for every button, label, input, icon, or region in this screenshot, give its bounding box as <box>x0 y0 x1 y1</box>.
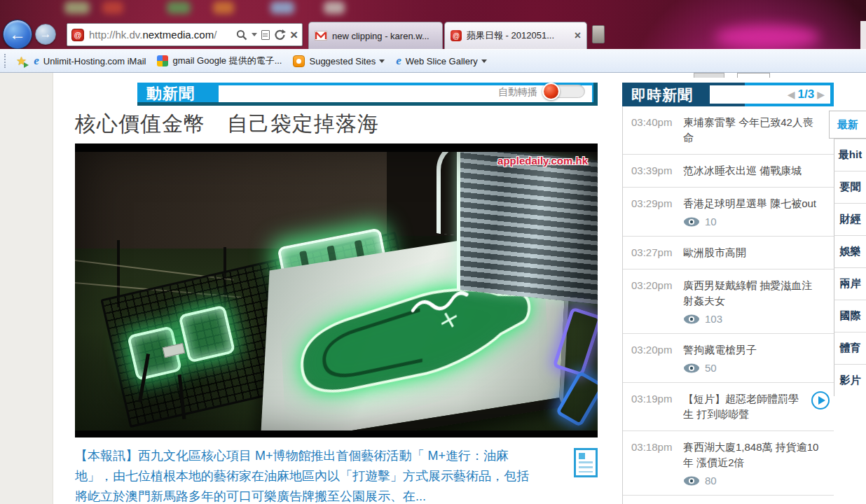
favorites-star-icon: ★ <box>16 54 27 69</box>
news-text[interactable]: 歐洲股市高開 <box>683 246 746 258</box>
tab-international[interactable]: 國際 <box>834 300 866 332</box>
autoplay-toggle[interactable] <box>543 85 585 98</box>
news-item[interactable]: 03:39pm 范冰冰睡衣出巡 備戰康城 <box>623 155 834 188</box>
news-item[interactable]: 03:40pm 柬埔寨雷擊 今年已致42人喪命 <box>623 106 834 155</box>
stop-icon[interactable]: × <box>290 28 298 41</box>
news-time: 03:20pm <box>631 278 676 325</box>
tab-latest[interactable]: 最新 <box>829 111 866 139</box>
favorite-suggested-sites[interactable]: Suggested Sites <box>293 55 385 67</box>
news-time: 03:29pm <box>631 196 676 227</box>
video-news-banner: 動新聞 自動轉播 <box>137 83 598 106</box>
view-count: 50 <box>683 362 822 374</box>
news-time: 03:27pm <box>631 245 676 260</box>
favorites-drag-handle[interactable] <box>4 54 6 68</box>
news-text[interactable]: 【短片】超惡老師體罰學生 打到嘭嘭聲 <box>683 393 799 420</box>
news-item[interactable]: 03:29pm 香港足球明星選舉 陳七被out 10 <box>623 188 834 237</box>
desktop-icon-blur <box>324 1 345 14</box>
prev-page-icon[interactable]: ◀ <box>788 89 795 100</box>
tab-finance[interactable]: 財經 <box>834 203 866 235</box>
news-item[interactable]: 03:20pm 警拘藏電槍男子 50 <box>623 334 834 383</box>
sidebar-header: 即時新聞 ◀ 1/3 ▶ <box>622 83 834 106</box>
view-count-number: 50 <box>705 362 717 374</box>
favorite-label: Suggested Sites <box>309 56 376 66</box>
tab-new-clipping[interactable]: new clipping - karen.w... <box>308 22 443 49</box>
news-time: 03:39pm <box>631 163 676 178</box>
refresh-icon[interactable] <box>274 29 286 41</box>
next-page-icon[interactable]: ▶ <box>817 89 825 100</box>
google-icon <box>157 55 168 66</box>
ie-page-icon: e <box>396 54 401 68</box>
tab-most-hit[interactable]: 最hit <box>834 139 866 171</box>
favorite-label: Web Slice Gallery <box>406 56 478 66</box>
article-title: 核心價值金幣 自己袋定掉落海 <box>75 110 379 139</box>
news-time: 03:20pm <box>631 342 676 374</box>
back-button[interactable]: ← <box>3 20 32 49</box>
banner-title: 動新聞 <box>146 83 195 104</box>
video-letterbox-top <box>75 144 598 152</box>
partial-page-element <box>694 73 724 78</box>
autoplay-label: 自動轉播 <box>498 86 537 99</box>
address-bar[interactable]: @ http://hk.dv.nextmedia.com/ × <box>67 23 303 46</box>
tab-label: 蘋果日報 - 2012051... <box>467 29 570 42</box>
add-favorite-button[interactable]: ★ <box>16 54 27 69</box>
news-text[interactable]: 香港足球明星選舉 陳七被out <box>683 197 816 209</box>
address-url[interactable]: http://hk.dv.nextmedia.com/ <box>89 29 232 41</box>
partial-page-element <box>737 73 770 78</box>
tab-top-news[interactable]: 要聞 <box>834 171 866 203</box>
url-suffix: / <box>214 29 216 41</box>
favorite-unlimit-hosting[interactable]: e Unlimit-Hosting.com iMail <box>34 54 146 68</box>
ie-page-icon: e <box>34 54 39 68</box>
search-dropdown-icon[interactable] <box>252 33 257 36</box>
apple-daily-favicon-icon: @ <box>451 30 462 41</box>
browser-viewport: 動新聞 自動轉播 核心價值金幣 自己袋定掉落海 <box>0 73 866 504</box>
tab-close-icon[interactable]: × <box>575 29 581 42</box>
news-list: 03:40pm 柬埔寨雷擊 今年已致42人喪命 03:39pm 范冰冰睡衣出巡 … <box>622 106 834 504</box>
view-count-number: 80 <box>705 475 717 486</box>
chevron-down-icon <box>481 59 487 63</box>
wallpaper-petal <box>715 25 820 49</box>
category-tabs: 最新 最hit 要聞 財經 娛樂 兩岸 國際 體育 影片 <box>834 111 866 396</box>
eye-icon <box>683 363 700 373</box>
news-text[interactable]: 賽西湖大廈1,848萬 持貨逾10年 漲價近2倍 <box>683 441 818 468</box>
article-document-icon[interactable] <box>574 448 598 477</box>
forward-button[interactable]: → <box>35 24 56 45</box>
tab-videos[interactable]: 影片 <box>834 364 866 396</box>
news-item[interactable]: 03:18pm 賽西湖大廈1,848萬 持貨逾10年 漲價近2倍 80 <box>623 431 834 496</box>
favorite-web-slice-gallery[interactable]: e Web Slice Gallery <box>396 54 487 68</box>
news-item[interactable]: 03:27pm 歐洲股市高開 <box>623 237 834 270</box>
news-item[interactable]: 03:20pm 廣西男疑戴綠帽 抽愛滋血注射姦夫女 103 <box>623 270 834 334</box>
play-video-button[interactable] <box>811 391 830 410</box>
news-time: 03:40pm <box>631 115 676 146</box>
tab-label: new clipping - karen.w... <box>332 31 437 41</box>
page-indicator: 1/3 <box>798 88 815 102</box>
view-count: 103 <box>683 313 822 325</box>
tab-china-taiwan[interactable]: 兩岸 <box>834 267 866 300</box>
favorites-bar: ★ e Unlimit-Hosting.com iMail gmail Goog… <box>0 49 866 73</box>
desktop-icon-blur <box>102 1 123 14</box>
chevron-down-icon <box>379 59 385 63</box>
news-item[interactable]: 03:19pm 【短片】超惡老師體罰學生 打到嘭嘭聲 <box>623 383 834 431</box>
search-icon[interactable] <box>236 29 247 41</box>
desktop-icon-blur <box>167 1 191 14</box>
video-player[interactable]: appledaily.com.hk <box>75 144 598 438</box>
new-tab-button[interactable] <box>592 25 605 43</box>
tab-sports[interactable]: 體育 <box>834 332 866 364</box>
news-text[interactable]: 警拘藏電槍男子 <box>683 344 757 356</box>
tab-apple-daily[interactable]: @ 蘋果日報 - 2012051... × <box>444 22 587 49</box>
tab-entertainment[interactable]: 娛樂 <box>834 235 866 267</box>
news-text[interactable]: 范冰冰睡衣出巡 備戰康城 <box>683 164 802 176</box>
favorite-gmail[interactable]: gmail Google 提供的電子... <box>157 55 282 67</box>
news-text[interactable]: 廣西男疑戴綠帽 抽愛滋血注射姦夫女 <box>683 279 812 307</box>
eye-icon <box>683 476 700 486</box>
sign-back-structure <box>457 146 598 304</box>
news-text[interactable]: 柬埔寨雷擊 今年已致42人喪命 <box>683 116 813 144</box>
news-time: 03:18pm <box>631 440 676 486</box>
compatibility-view-icon[interactable] <box>261 30 270 40</box>
site-favicon-icon: @ <box>71 29 84 41</box>
video-letterbox-bottom <box>75 430 598 438</box>
watermark-text: appledaily.com.hk <box>497 155 588 167</box>
url-prefix: http://hk.dv. <box>89 29 142 41</box>
favorite-label: gmail Google 提供的電子... <box>172 55 282 67</box>
toggle-knob[interactable] <box>542 83 560 100</box>
sidebar-pagination: ◀ 1/3 ▶ <box>710 85 830 104</box>
